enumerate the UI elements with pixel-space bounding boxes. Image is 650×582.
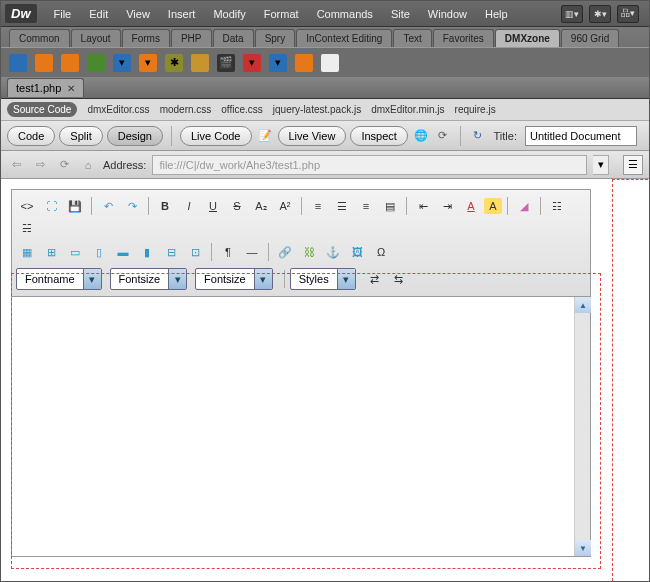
related-file[interactable]: office.css — [221, 104, 263, 115]
design-button[interactable]: Design — [107, 126, 163, 146]
table-del-col-icon[interactable]: ▮ — [136, 242, 158, 262]
superscript-icon[interactable]: A² — [274, 196, 296, 216]
related-file[interactable]: dmxEditor.min.js — [371, 104, 444, 115]
tab-spry[interactable]: Spry — [255, 29, 296, 47]
eraser-icon[interactable]: ◢ — [513, 196, 535, 216]
tab-text[interactable]: Text — [393, 29, 431, 47]
undo-icon[interactable]: ↶ — [97, 196, 119, 216]
related-file[interactable]: dmxEditor.css — [87, 104, 149, 115]
refresh-icon[interactable]: ↻ — [469, 127, 487, 145]
tab-common[interactable]: Common — [9, 29, 70, 47]
extend-dropdown[interactable]: ✱▾ — [589, 5, 611, 23]
tab-incontext[interactable]: InContext Editing — [296, 29, 392, 47]
insert-icon-5[interactable]: ▾ — [113, 54, 131, 72]
forward-icon[interactable]: ⇨ — [31, 156, 49, 174]
insert-icon-9[interactable]: 🎬 — [217, 54, 235, 72]
home-icon[interactable]: ⌂ — [79, 156, 97, 174]
related-file[interactable]: modern.css — [160, 104, 212, 115]
number-list-icon[interactable]: ☵ — [16, 218, 38, 238]
insert-icon-11[interactable]: ▾ — [269, 54, 287, 72]
menu-view[interactable]: View — [117, 4, 159, 24]
code-button[interactable]: Code — [7, 126, 55, 146]
paragraph-icon[interactable]: ¶ — [217, 242, 239, 262]
menu-window[interactable]: Window — [419, 4, 476, 24]
table-row-icon[interactable]: ▭ — [64, 242, 86, 262]
related-file[interactable]: jquery-latest.pack.js — [273, 104, 361, 115]
underline-icon[interactable]: U — [202, 196, 224, 216]
menu-file[interactable]: File — [45, 4, 81, 24]
menu-site[interactable]: Site — [382, 4, 419, 24]
menu-commands[interactable]: Commands — [308, 4, 382, 24]
insert-icon-10[interactable]: ▾ — [243, 54, 261, 72]
bullet-list-icon[interactable]: ☷ — [546, 196, 568, 216]
outdent-icon[interactable]: ⇤ — [412, 196, 434, 216]
inspect-button[interactable]: Inspect — [350, 126, 407, 146]
insert-icon-1[interactable] — [9, 54, 27, 72]
align-left-icon[interactable]: ≡ — [307, 196, 329, 216]
source-code-button[interactable]: Source Code — [7, 102, 77, 117]
align-justify-icon[interactable]: ▤ — [379, 196, 401, 216]
italic-icon[interactable]: I — [178, 196, 200, 216]
omega-icon[interactable]: Ω — [370, 242, 392, 262]
table-merge-icon[interactable]: ⊟ — [160, 242, 182, 262]
browser-icon[interactable]: 🌐 — [412, 127, 430, 145]
strike-icon[interactable]: S — [226, 196, 248, 216]
tab-php[interactable]: PHP — [171, 29, 212, 47]
hr-icon[interactable]: — — [241, 242, 263, 262]
bold-icon[interactable]: B — [154, 196, 176, 216]
document-tab[interactable]: test1.php ✕ — [7, 78, 84, 97]
fullscreen-icon[interactable]: ⛶ — [40, 196, 62, 216]
liveview-button[interactable]: Live View — [278, 126, 347, 146]
insert-icon-13[interactable] — [321, 54, 339, 72]
tab-forms[interactable]: Forms — [122, 29, 170, 47]
tab-dmxzone[interactable]: DMXzone — [495, 29, 560, 47]
anchor-icon[interactable]: ⚓ — [322, 242, 344, 262]
menu-help[interactable]: Help — [476, 4, 517, 24]
table-del-row-icon[interactable]: ▬ — [112, 242, 134, 262]
tab-favorites[interactable]: Favorites — [433, 29, 494, 47]
back-icon[interactable]: ⇦ — [7, 156, 25, 174]
table-split-icon[interactable]: ⊡ — [184, 242, 206, 262]
site-dropdown[interactable]: 品▾ — [617, 5, 639, 23]
options-button[interactable]: ☰ — [623, 155, 643, 175]
tab-960grid[interactable]: 960 Grid — [561, 29, 619, 47]
forecolor-icon[interactable]: A — [460, 196, 482, 216]
redo-icon[interactable]: ↷ — [121, 196, 143, 216]
subscript-icon[interactable]: A₂ — [250, 196, 272, 216]
address-dropdown[interactable]: ▾ — [593, 155, 609, 175]
image-icon[interactable]: 🖼 — [346, 242, 368, 262]
unlink-icon[interactable]: ⛓ — [298, 242, 320, 262]
layout-dropdown[interactable]: ▥▾ — [561, 5, 583, 23]
table-insert-icon[interactable]: ⊞ — [40, 242, 62, 262]
address-input[interactable] — [152, 155, 587, 175]
tab-layout[interactable]: Layout — [71, 29, 121, 47]
menu-insert[interactable]: Insert — [159, 4, 205, 24]
align-center-icon[interactable]: ☰ — [331, 196, 353, 216]
related-file[interactable]: require.js — [455, 104, 496, 115]
insert-icon-12[interactable] — [295, 54, 313, 72]
menu-modify[interactable]: Modify — [204, 4, 254, 24]
table-col-icon[interactable]: ▯ — [88, 242, 110, 262]
insert-icon-4[interactable] — [87, 54, 105, 72]
sync-icon[interactable]: ⟳ — [434, 127, 452, 145]
title-input[interactable] — [525, 126, 637, 146]
table-icon[interactable]: ▦ — [16, 242, 38, 262]
save-icon[interactable]: 💾 — [64, 196, 86, 216]
insert-icon-2[interactable] — [35, 54, 53, 72]
menu-edit[interactable]: Edit — [80, 4, 117, 24]
menu-format[interactable]: Format — [255, 4, 308, 24]
indent-icon[interactable]: ⇥ — [436, 196, 458, 216]
source-icon[interactable]: <> — [16, 196, 38, 216]
tab-data[interactable]: Data — [213, 29, 254, 47]
stop-icon[interactable]: ⟳ — [55, 156, 73, 174]
insert-icon-8[interactable] — [191, 54, 209, 72]
split-button[interactable]: Split — [59, 126, 102, 146]
check-icon[interactable]: 📝 — [256, 127, 274, 145]
link-icon[interactable]: 🔗 — [274, 242, 296, 262]
insert-icon-7[interactable]: ✱ — [165, 54, 183, 72]
insert-icon-3[interactable] — [61, 54, 79, 72]
insert-icon-6[interactable]: ▾ — [139, 54, 157, 72]
backcolor-icon[interactable]: A — [484, 198, 502, 214]
livecode-button[interactable]: Live Code — [180, 126, 252, 146]
align-right-icon[interactable]: ≡ — [355, 196, 377, 216]
